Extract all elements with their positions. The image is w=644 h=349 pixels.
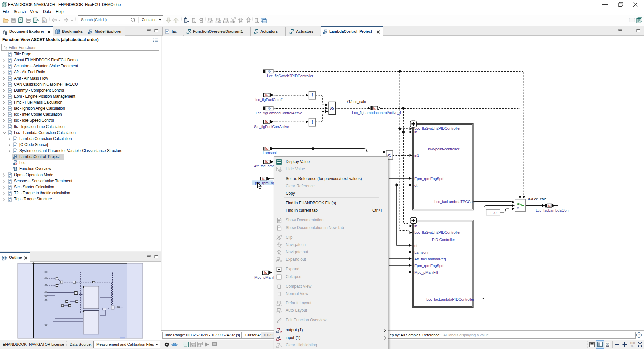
svg-text:A: A: [219, 21, 221, 23]
svg-text:&: &: [330, 105, 335, 112]
svg-text:c: c: [15, 162, 17, 165]
svg-text:!: !: [311, 92, 313, 99]
svg-text:!: !: [311, 119, 313, 126]
svg-text:?: ?: [638, 333, 640, 337]
svg-text:A: A: [43, 20, 45, 22]
svg-text:1.0: 1.0: [490, 211, 497, 215]
